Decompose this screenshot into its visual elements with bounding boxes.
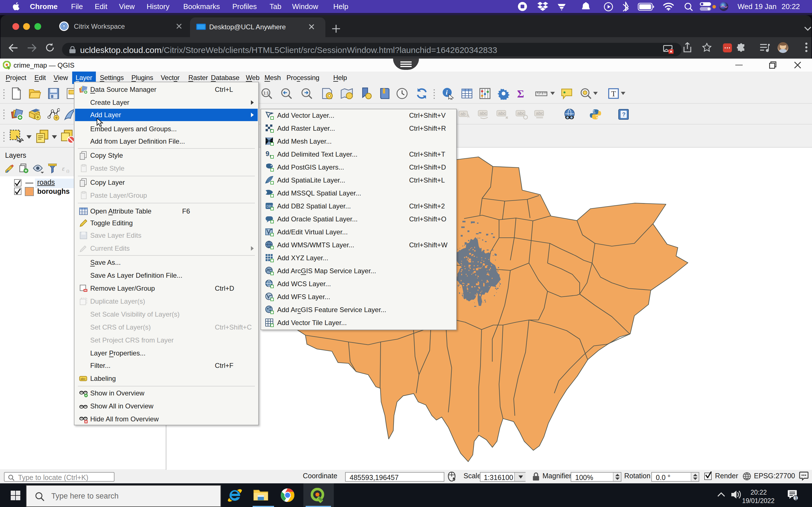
svg-text:abc: abc — [81, 377, 86, 381]
svg-text:abc: abc — [479, 111, 487, 115]
svg-text:T: T — [611, 90, 616, 98]
svg-text:1:1: 1:1 — [263, 91, 269, 95]
svg-text:1: 1 — [795, 496, 797, 501]
svg-text:(): () — [66, 169, 69, 173]
svg-text:ab: ab — [460, 111, 465, 116]
svg-text:abc: abc — [498, 111, 506, 115]
svg-text:abc: abc — [536, 111, 543, 115]
svg-text:?: ? — [622, 111, 625, 117]
svg-text:i: i — [446, 89, 448, 96]
svg-text:ε: ε — [62, 165, 65, 172]
svg-text:Σ: Σ — [517, 88, 524, 100]
svg-text:abc: abc — [517, 111, 524, 115]
